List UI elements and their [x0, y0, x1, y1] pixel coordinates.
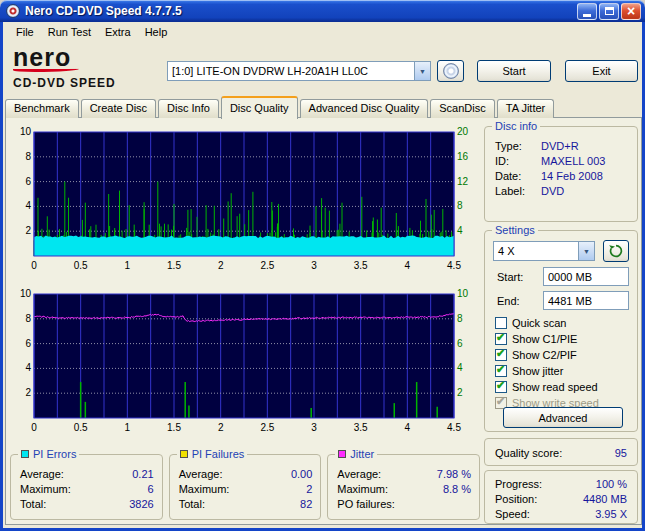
menu-item-extra[interactable]: Extra	[98, 24, 138, 40]
stat-color-swatch-icon	[21, 450, 29, 458]
stat-group-jitter: JitterAverage:7.98 %Maximum:8.8 %PO fail…	[327, 454, 480, 520]
tab-advanced-disc-quality[interactable]: Advanced Disc Quality	[300, 99, 429, 118]
svg-text:2: 2	[218, 260, 224, 271]
window-body: FileRun TestExtraHelp nero CD-DVD SPEED …	[0, 22, 645, 531]
maximize-button[interactable]	[599, 3, 619, 20]
stat-title-text: PI Failures	[192, 447, 245, 461]
disc-info-label: Type:	[495, 139, 541, 154]
tab-benchmark[interactable]: Benchmark	[5, 99, 79, 118]
svg-text:16: 16	[457, 151, 469, 162]
svg-text:4.5: 4.5	[447, 260, 461, 271]
logo-brand-text: nero	[13, 45, 163, 69]
menu-bar: FileRun TestExtraHelp	[5, 22, 174, 41]
svg-text:4: 4	[457, 225, 463, 236]
advanced-button[interactable]: Advanced	[503, 407, 623, 428]
stat-title: PI Failures	[177, 447, 248, 461]
checkbox-show-c1-pie[interactable]: Show C1/PIE	[495, 331, 633, 347]
svg-text:4: 4	[405, 422, 411, 433]
svg-text:1: 1	[125, 422, 131, 433]
eject-disc-button[interactable]	[437, 60, 464, 82]
stat-label: Maximum:	[337, 482, 388, 497]
start-input[interactable]	[543, 267, 629, 286]
refresh-disc-button[interactable]	[603, 240, 629, 262]
info-row: Total:3826	[20, 497, 154, 512]
stat-label: Average:	[20, 467, 64, 482]
info-row: Date:14 Feb 2008	[495, 169, 629, 184]
app-icon	[6, 4, 20, 18]
disc-info-value: DVD+R	[541, 139, 579, 154]
tab-ta-jitter[interactable]: TA Jitter	[497, 99, 555, 118]
info-row: Average:0.00	[179, 467, 313, 482]
checkbox-show-c2-pif[interactable]: Show C2/PIF	[495, 347, 633, 363]
info-row: Label:DVD	[495, 184, 629, 199]
stat-label: PO failures:	[337, 497, 394, 512]
svg-text:8: 8	[25, 313, 31, 324]
svg-text:6: 6	[457, 338, 463, 349]
speed-combobox[interactable]: 4 X	[493, 241, 595, 261]
checkbox-label: Show C1/PIE	[512, 333, 577, 345]
end-input[interactable]	[543, 291, 629, 310]
checkbox-show-read-speed[interactable]: Show read speed	[495, 379, 633, 395]
menu-item-file[interactable]: File	[9, 24, 41, 40]
tab-scandisc[interactable]: ScanDisc	[430, 99, 494, 118]
disc-info-title: Disc info	[492, 119, 540, 133]
disc-icon	[443, 63, 459, 79]
svg-text:1.5: 1.5	[167, 422, 181, 433]
stat-label: Total:	[20, 497, 46, 512]
menu-item-run-test[interactable]: Run Test	[41, 24, 98, 40]
tab-disc-info[interactable]: Disc Info	[158, 99, 219, 118]
window-titlebar[interactable]: Nero CD-DVD Speed 4.7.7.5	[0, 0, 645, 22]
svg-text:0: 0	[31, 260, 37, 271]
svg-text:8: 8	[457, 313, 463, 324]
tab-create-disc[interactable]: Create Disc	[81, 99, 156, 118]
checkbox-quick-scan[interactable]: Quick scan	[495, 315, 633, 331]
stat-value: 3826	[129, 497, 153, 512]
tab-disc-quality[interactable]: Disc Quality	[221, 96, 298, 119]
stat-rows: Average:7.98 %Maximum:8.8 %PO failures:	[328, 455, 479, 512]
stat-value: 0.00	[291, 467, 312, 482]
checkbox-label: Show C2/PIF	[512, 349, 577, 361]
svg-text:12: 12	[457, 176, 469, 187]
stat-title: Jitter	[335, 447, 377, 461]
dropdown-arrow-icon[interactable]	[578, 242, 594, 260]
drive-combobox[interactable]: [1:0] LITE-ON DVDRW LH-20A1H LL0C	[167, 61, 431, 81]
info-row: Average:0.21	[20, 467, 154, 482]
logo-product-text: CD-DVD SPEED	[13, 76, 163, 90]
svg-text:4.5: 4.5	[447, 422, 461, 433]
progress-label: Speed:	[495, 507, 530, 522]
speed-combo-value: 4 X	[494, 245, 578, 257]
info-row: PO failures:	[337, 497, 471, 512]
stat-title-text: PI Errors	[33, 447, 76, 461]
start-button[interactable]: Start	[477, 60, 551, 82]
stat-rows: Average:0.21Maximum:6Total:3826	[11, 455, 162, 512]
svg-text:4: 4	[405, 260, 411, 271]
disc-info-value: DVD	[541, 184, 564, 199]
info-row: Speed:3.95 X	[495, 507, 627, 522]
checkbox-box	[495, 365, 507, 377]
svg-text:8: 8	[457, 200, 463, 211]
drive-combo-value: [1:0] LITE-ON DVDRW LH-20A1H LL0C	[168, 65, 414, 77]
stat-title-text: Jitter	[350, 447, 374, 461]
close-icon	[627, 2, 635, 20]
svg-text:4: 4	[25, 200, 31, 211]
svg-text:1: 1	[125, 260, 131, 271]
stat-label: Total:	[179, 497, 205, 512]
exit-button[interactable]: Exit	[565, 60, 638, 82]
svg-text:3: 3	[311, 260, 317, 271]
info-row: Progress:100 %	[495, 477, 627, 492]
checkbox-box	[495, 349, 507, 361]
checkbox-show-jitter[interactable]: Show jitter	[495, 363, 633, 379]
minimize-button[interactable]	[577, 3, 597, 20]
svg-text:2.5: 2.5	[260, 260, 274, 271]
close-button[interactable]	[621, 3, 641, 20]
menu-item-help[interactable]: Help	[138, 24, 175, 40]
info-row: Maximum:8.8 %	[337, 482, 471, 497]
pi-errors-chart: 2468104812162000.511.522.533.544.5	[10, 126, 482, 284]
info-row: Maximum:2	[179, 482, 313, 497]
svg-text:8: 8	[25, 151, 31, 162]
svg-text:2.5: 2.5	[260, 422, 274, 433]
window-controls	[577, 3, 641, 20]
checkbox-box	[495, 381, 507, 393]
progress-value: 4480 MB	[583, 492, 627, 507]
dropdown-arrow-icon[interactable]	[414, 62, 430, 80]
